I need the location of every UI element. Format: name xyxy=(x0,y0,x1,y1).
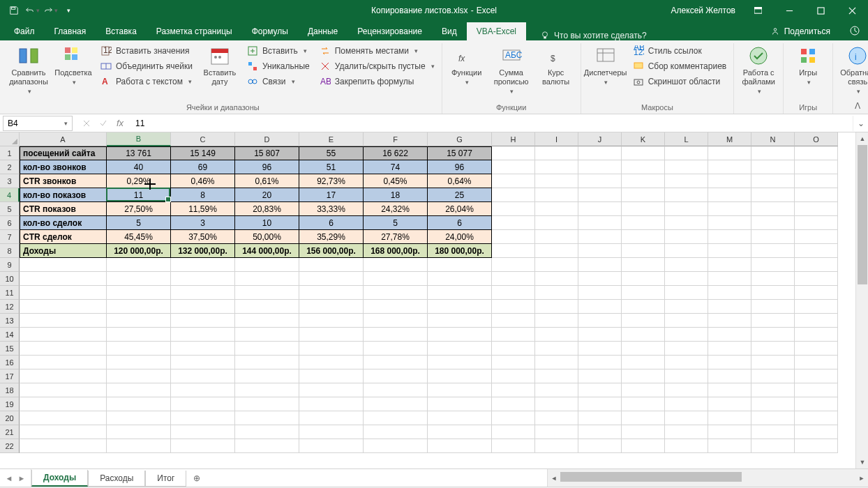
feedback-button[interactable]: iОбратная связь▾ xyxy=(837,43,868,95)
cell[interactable] xyxy=(535,272,578,286)
cell[interactable] xyxy=(665,342,708,356)
cell[interactable] xyxy=(751,230,795,244)
cell[interactable] xyxy=(578,314,622,328)
cell[interactable] xyxy=(795,216,838,230)
cell[interactable]: 132 000,00р. xyxy=(171,244,235,258)
cell[interactable] xyxy=(171,258,235,272)
expand-formula-bar-icon[interactable]: ⌄ xyxy=(853,116,868,131)
cell[interactable] xyxy=(578,439,622,453)
cell[interactable] xyxy=(235,314,299,328)
cell[interactable]: CTR звонков xyxy=(20,174,107,188)
cell[interactable] xyxy=(535,369,578,383)
cell[interactable] xyxy=(235,411,299,425)
cell[interactable] xyxy=(795,328,838,342)
cell[interactable] xyxy=(171,397,235,411)
unique-button[interactable]: Уникальные xyxy=(244,60,313,73)
cell[interactable]: CTR показов xyxy=(20,202,107,216)
cell[interactable] xyxy=(20,342,107,356)
column-header[interactable]: A xyxy=(20,132,107,146)
cell[interactable]: 15 077 xyxy=(428,146,492,160)
cell[interactable] xyxy=(428,369,492,383)
cell[interactable] xyxy=(364,328,428,342)
cell[interactable] xyxy=(578,146,622,160)
cell[interactable]: посещений сайта xyxy=(20,146,107,160)
insert-button[interactable]: Вставить▾ xyxy=(244,45,313,57)
cell[interactable] xyxy=(622,369,665,383)
cell[interactable] xyxy=(708,314,751,328)
cell[interactable] xyxy=(428,342,492,356)
enter-formula-icon[interactable] xyxy=(95,116,112,131)
cell[interactable]: 18 xyxy=(364,188,428,202)
cell[interactable] xyxy=(665,300,708,314)
column-header[interactable]: K xyxy=(622,132,665,146)
cell[interactable] xyxy=(364,342,428,356)
cell[interactable]: 40 xyxy=(107,160,171,174)
cell[interactable] xyxy=(751,216,795,230)
highlight-button[interactable]: Подсветка▾ xyxy=(53,43,93,86)
cell[interactable] xyxy=(299,272,364,286)
cell[interactable] xyxy=(751,425,795,439)
cell[interactable] xyxy=(751,397,795,411)
cell[interactable] xyxy=(492,425,535,439)
qat-customize-icon[interactable]: ▾ xyxy=(60,2,77,19)
cell[interactable] xyxy=(622,383,665,397)
cell[interactable] xyxy=(665,383,708,397)
cell[interactable] xyxy=(428,258,492,272)
cell[interactable] xyxy=(622,328,665,342)
cell[interactable] xyxy=(20,411,107,425)
cell[interactable]: кол-во показов xyxy=(20,188,107,202)
horizontal-scrollbar[interactable]: ◄ ► xyxy=(547,469,868,487)
cell[interactable] xyxy=(428,397,492,411)
column-header[interactable]: F xyxy=(364,132,428,146)
cell[interactable] xyxy=(492,314,535,328)
cell[interactable] xyxy=(708,425,751,439)
column-header[interactable]: C xyxy=(171,132,235,146)
cell[interactable] xyxy=(622,286,665,300)
cell[interactable] xyxy=(795,369,838,383)
row-header[interactable]: 13 xyxy=(0,314,20,328)
tab-view[interactable]: Вид xyxy=(432,22,467,40)
cell[interactable] xyxy=(795,160,838,174)
row-header[interactable]: 3 xyxy=(0,174,20,188)
cell[interactable] xyxy=(795,356,838,369)
name-box-dropdown-icon[interactable]: ▾ xyxy=(64,120,68,127)
cell[interactable]: кол-во звонков xyxy=(20,160,107,174)
cell[interactable] xyxy=(171,314,235,328)
cell[interactable] xyxy=(492,174,535,188)
cell[interactable] xyxy=(364,397,428,411)
cell[interactable] xyxy=(20,328,107,342)
cell[interactable] xyxy=(535,439,578,453)
column-header[interactable]: D xyxy=(235,132,299,146)
cell[interactable] xyxy=(535,383,578,397)
cell[interactable] xyxy=(235,425,299,439)
cell[interactable] xyxy=(708,356,751,369)
cell[interactable] xyxy=(107,439,171,453)
cell[interactable] xyxy=(171,272,235,286)
cell[interactable]: 11,59% xyxy=(171,202,235,216)
cell[interactable] xyxy=(492,342,535,356)
cell[interactable] xyxy=(795,202,838,216)
cell[interactable]: 8 xyxy=(171,188,235,202)
cell[interactable]: 27,50% xyxy=(107,202,171,216)
cell[interactable] xyxy=(492,272,535,286)
cell[interactable] xyxy=(622,272,665,286)
save-icon[interactable] xyxy=(6,2,22,19)
cell[interactable]: 25 xyxy=(428,188,492,202)
games-button[interactable]: Игры▾ xyxy=(788,43,828,86)
cell[interactable] xyxy=(535,244,578,258)
cell[interactable] xyxy=(665,439,708,453)
column-header[interactable]: E xyxy=(299,132,364,146)
cell[interactable] xyxy=(751,369,795,383)
cell[interactable] xyxy=(665,160,708,174)
cell[interactable] xyxy=(578,411,622,425)
cell[interactable]: 20 xyxy=(235,188,299,202)
cell[interactable] xyxy=(492,216,535,230)
cell[interactable]: 5 xyxy=(364,216,428,230)
cell[interactable]: 24,32% xyxy=(364,202,428,216)
cell[interactable] xyxy=(751,202,795,216)
cell[interactable]: 26,04% xyxy=(428,202,492,216)
merge-cells-button[interactable]: Объединить ячейки xyxy=(98,60,195,73)
cell[interactable] xyxy=(708,188,751,202)
cell[interactable]: CTR сделок xyxy=(20,230,107,244)
cell[interactable]: 96 xyxy=(235,160,299,174)
